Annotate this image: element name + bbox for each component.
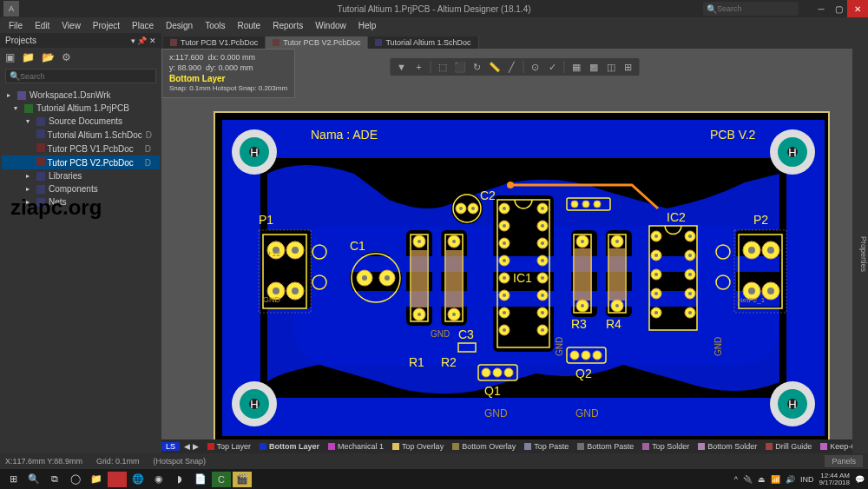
menu-window[interactable]: Window (310, 19, 352, 32)
tool-layer2-icon[interactable]: ▩ (588, 61, 600, 73)
altium-icon[interactable]: ◗ (170, 472, 189, 487)
pin-icon[interactable]: ▾ 📌 ✕ (131, 36, 156, 45)
components-node[interactable]: ▸Components (2, 182, 160, 195)
layer-tab-active[interactable]: Bottom Layer (255, 442, 324, 451)
tray-eject-icon[interactable]: ⏏ (758, 475, 766, 484)
layer-tab[interactable]: Bottom Overlay (448, 442, 520, 451)
layer-tab[interactable]: Bottom Paste (573, 442, 638, 451)
tray-volume-icon[interactable]: 🔊 (786, 475, 795, 484)
menu-design[interactable]: Design (161, 19, 198, 32)
app-icon[interactable]: 🎬 (233, 472, 252, 487)
svg-text:GND: GND (263, 295, 281, 304)
svg-text:NetP2_1: NetP2_1 (738, 296, 766, 304)
tool-grid-icon[interactable]: ⊞ (622, 61, 635, 73)
tray-clock[interactable]: 12:44 AM 9/17/2018 (819, 472, 850, 486)
libraries-node[interactable]: ▸Libraries (2, 169, 160, 182)
pcb-board[interactable]: H H H H Nama : ADE PCB V.2 P1 (214, 111, 830, 441)
svg-point-34 (292, 247, 299, 254)
tool-cursor-icon[interactable]: ▼ (396, 61, 408, 73)
panel-toolbar: ▣ 📁 📂 ⚙ (0, 48, 161, 67)
tool-via-icon[interactable]: ⊙ (529, 61, 542, 73)
search-icon[interactable]: 🔍 (24, 472, 43, 487)
workspace-node[interactable]: ▸Workspace1.DsnWrk (2, 89, 160, 102)
folder2-icon[interactable]: 📂 (42, 51, 55, 63)
layer-tab[interactable]: Top Layer (203, 442, 256, 451)
tab-pcb-v2[interactable]: Tutor PCB V2.PcbDoc (266, 36, 368, 49)
maximize-button[interactable]: ▢ (830, 0, 847, 17)
tray-power-icon[interactable]: 🔌 (743, 475, 753, 484)
tool-measure-icon[interactable]: 📏 (489, 61, 501, 73)
start-button[interactable]: ⊞ (3, 472, 23, 487)
cortana-icon[interactable]: ◯ (66, 472, 85, 487)
app-icon[interactable]: ◉ (149, 472, 168, 487)
pcb-canvas[interactable]: H H H H Nama : ADE PCB V.2 P1 (161, 64, 852, 453)
tab-schdoc[interactable]: Tutorial Altium 1.SchDoc (368, 36, 478, 49)
source-docs-node[interactable]: ▾Source Documents (2, 115, 160, 128)
doc-item-active[interactable]: Tutor PCB V2.PcbDocD (2, 155, 160, 169)
menu-file[interactable]: File (3, 19, 28, 32)
menu-place[interactable]: Place (127, 19, 159, 32)
svg-point-153 (503, 328, 506, 332)
doc-item[interactable]: Tutorial Altium 1.SchDocD (2, 128, 160, 142)
properties-panel-tab[interactable]: Properties (852, 49, 868, 453)
tool-drc-icon[interactable]: ✓ (547, 61, 559, 73)
tool-add-icon[interactable]: + (413, 61, 425, 73)
close-button[interactable]: ✕ (847, 0, 868, 17)
menu-project[interactable]: Project (88, 19, 125, 32)
menu-route[interactable]: Route (233, 19, 266, 32)
tray-up-icon[interactable]: ^ (734, 475, 738, 484)
folder-icon[interactable]: 📁 (22, 51, 35, 63)
tool-rotate-icon[interactable]: ↻ (471, 61, 483, 73)
panel-search-input[interactable] (20, 72, 152, 81)
svg-text:C2: C2 (480, 188, 496, 202)
tool-move-icon[interactable]: ⬚ (437, 61, 449, 73)
layer-nav[interactable]: ◀ ▶ (180, 442, 203, 451)
layer-tab[interactable]: Bottom Solder (694, 442, 761, 451)
layer-tab[interactable]: Mechanical 1 (324, 442, 388, 451)
task-view-icon[interactable]: ⧉ (45, 472, 64, 487)
svg-text:GND: GND (713, 337, 723, 356)
tab-pcb-v1[interactable]: Tutor PCB V1.PcbDoc (163, 36, 266, 49)
layer-tabs: LS ◀ ▶ Top Layer Bottom Layer Mechanical… (161, 439, 852, 453)
layer-set-button[interactable]: LS (161, 442, 180, 451)
explorer-icon[interactable]: 📁 (87, 472, 106, 487)
window-controls: ─ ▢ ✕ (812, 0, 868, 17)
layer-tab[interactable]: Top Paste (520, 442, 573, 451)
menu-tools[interactable]: Tools (200, 19, 230, 32)
tool-3d-icon[interactable]: ◫ (605, 61, 617, 73)
menu-reports[interactable]: Reports (267, 19, 308, 32)
menu-help[interactable]: Help (353, 19, 382, 32)
doc-item[interactable]: Tutor PCB V1.PcbDocD (2, 142, 160, 155)
layer-tab[interactable]: Top Overlay (388, 442, 448, 451)
menu-view[interactable]: View (56, 19, 86, 32)
panel-search[interactable]: 🔍 (5, 69, 156, 83)
svg-rect-78 (574, 248, 591, 301)
global-search[interactable]: 🔍 (703, 2, 799, 16)
svg-text:C3: C3 (458, 327, 474, 341)
svg-point-48 (385, 275, 390, 281)
mounting-hole: H (232, 129, 277, 175)
projects-panel: Projects ▾ 📌 ✕ ▣ 📁 📂 ⚙ 🔍 ▸Workspace1.Dsn… (0, 33, 161, 453)
gear-icon[interactable]: ⚙ (62, 51, 71, 63)
layer-tab[interactable]: Keep-Out Layer (816, 442, 852, 451)
app-icon[interactable] (108, 472, 127, 487)
silk-title-left: Nama : ADE (311, 128, 378, 142)
search-input[interactable] (717, 4, 786, 13)
svg-point-117 (582, 201, 589, 208)
layer-tab[interactable]: Top Solder (638, 442, 694, 451)
tool-layer1-icon[interactable]: ▦ (570, 61, 582, 73)
project-node[interactable]: ▾Tutorial Altium 1.PrjPCB (2, 102, 160, 115)
layer-tab[interactable]: Drill Guide (761, 442, 816, 451)
tray-lang[interactable]: IND (800, 475, 814, 484)
nav-icon[interactable]: ▣ (5, 51, 15, 63)
minimize-button[interactable]: ─ (812, 0, 830, 17)
tray-wifi-icon[interactable]: 📶 (771, 475, 780, 484)
chrome-icon[interactable]: 🌐 (128, 472, 148, 487)
camtasia-icon[interactable]: C (212, 472, 231, 487)
panels-button[interactable]: Panels (825, 455, 863, 467)
notes-icon[interactable]: 📄 (191, 472, 210, 487)
menu-edit[interactable]: Edit (30, 19, 55, 32)
tray-notifications-icon[interactable]: 💬 (855, 475, 865, 484)
tool-route-icon[interactable]: ╱ (506, 61, 518, 73)
tool-align-icon[interactable]: ⬛ (454, 61, 466, 73)
